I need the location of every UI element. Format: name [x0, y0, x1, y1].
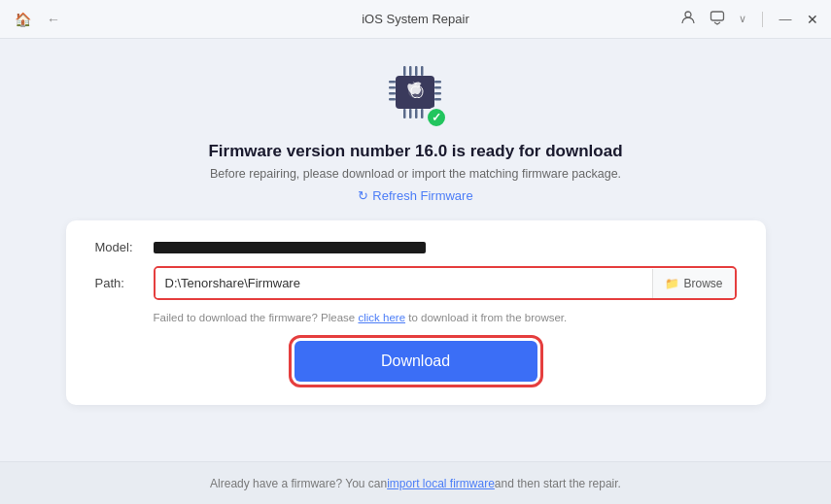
error-message: Failed to download the firmware? Please …	[154, 312, 737, 323]
svg-rect-14	[421, 66, 424, 76]
chevron-down-icon[interactable]: ∨	[739, 13, 746, 25]
chip-icon-wrapper: ✓	[381, 58, 449, 130]
path-input[interactable]	[156, 268, 653, 298]
hero-title: Firmware version number 16.0 is ready fo…	[208, 142, 622, 161]
close-button[interactable]: ✕	[806, 13, 819, 26]
model-label: Model:	[95, 240, 154, 254]
firmware-card: Model: Path: 📁 Browse Failed to download…	[66, 220, 766, 405]
download-button[interactable]: Download	[294, 341, 537, 382]
refresh-firmware-link[interactable]: ↻ Refresh Firmware	[358, 188, 472, 203]
svg-rect-1	[711, 12, 724, 20]
svg-rect-15	[403, 109, 406, 118]
svg-rect-12	[409, 66, 412, 76]
title-bar-left: 🏠 ←	[12, 9, 64, 30]
click-here-link[interactable]: click here	[358, 312, 405, 323]
main-content: ✓ Firmware version number 16.0 is ready …	[0, 39, 831, 461]
svg-rect-13	[415, 66, 418, 76]
hero-subtitle: Before repairing, please download or imp…	[210, 167, 621, 181]
error-text-after: to download it from the browser.	[405, 312, 567, 323]
svg-rect-5	[389, 92, 396, 95]
footer-text-after: and then start the repair.	[495, 477, 621, 490]
title-bar-right: ∨ — ✕	[680, 10, 819, 28]
folder-icon: 📁	[665, 277, 679, 290]
download-btn-wrapper: Download	[95, 341, 737, 382]
user-icon[interactable]	[680, 10, 696, 28]
minimize-button[interactable]: —	[779, 13, 792, 26]
window-title: iOS System Repair	[362, 12, 469, 26]
svg-rect-10	[434, 98, 441, 101]
browse-label: Browse	[683, 277, 722, 290]
svg-rect-16	[409, 109, 412, 118]
path-wrapper: 📁 Browse	[154, 266, 737, 300]
path-row: Path: 📁 Browse	[95, 266, 737, 300]
svg-rect-8	[434, 86, 441, 89]
refresh-icon: ↻	[358, 188, 368, 203]
footer: Already have a firmware? You can import …	[0, 461, 831, 504]
error-text-before: Failed to download the firmware? Please	[154, 312, 359, 323]
browse-button[interactable]: 📁 Browse	[652, 269, 734, 298]
svg-rect-3	[389, 81, 396, 84]
footer-text-before: Already have a firmware? You can	[210, 477, 387, 490]
back-button[interactable]: ←	[43, 9, 64, 30]
svg-point-0	[685, 12, 691, 17]
svg-rect-11	[403, 66, 406, 76]
chat-icon[interactable]	[710, 10, 725, 28]
svg-rect-4	[389, 86, 396, 89]
home-button[interactable]: 🏠	[12, 9, 33, 30]
import-local-firmware-link[interactable]: import local firmware	[387, 477, 495, 490]
model-row: Model:	[95, 240, 737, 254]
svg-rect-7	[434, 81, 441, 84]
svg-rect-9	[434, 92, 441, 95]
title-bar: 🏠 ← iOS System Repair ∨ — ✕	[0, 0, 831, 39]
svg-rect-18	[421, 109, 424, 118]
path-label: Path:	[95, 276, 154, 290]
svg-rect-6	[389, 98, 396, 101]
model-value	[154, 242, 426, 253]
svg-rect-17	[415, 109, 418, 118]
hero-section: ✓ Firmware version number 16.0 is ready …	[208, 58, 622, 203]
refresh-label: Refresh Firmware	[372, 188, 472, 203]
